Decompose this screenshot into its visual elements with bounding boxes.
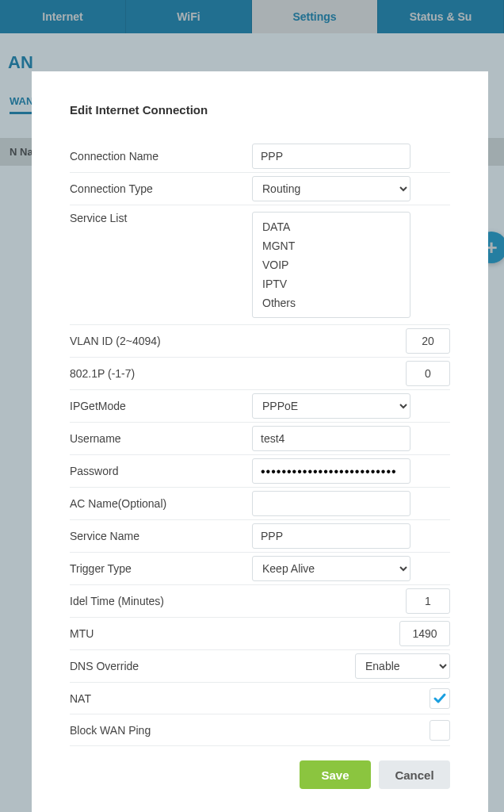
- ipgetmode-select[interactable]: PPPoE: [252, 393, 410, 419]
- label-trigger-type: Trigger Type: [70, 562, 252, 575]
- label-nat: NAT: [70, 692, 252, 705]
- modal-title: Edit Internet Connection: [70, 103, 450, 117]
- cancel-button[interactable]: Cancel: [379, 760, 450, 789]
- label-idle-time: Idel Time (Minutes): [70, 595, 252, 607]
- row-mtu: MTU: [70, 618, 450, 650]
- edit-connection-modal: Edit Internet Connection Connection Name…: [32, 71, 488, 812]
- row-trigger-type: Trigger Type Keep Alive: [70, 553, 450, 585]
- row-dns-override: DNS Override Enable: [70, 650, 450, 683]
- check-icon: [433, 691, 447, 706]
- label-ac-name: AC Name(Optional): [70, 497, 252, 510]
- save-button[interactable]: Save: [300, 760, 371, 789]
- row-connection-type: Connection Type Routing: [70, 173, 450, 205]
- service-list-option[interactable]: MGNT: [253, 236, 410, 255]
- row-ipgetmode: IPGetMode PPPoE: [70, 390, 450, 423]
- service-list-option[interactable]: VOIP: [253, 255, 410, 274]
- connection-name-input[interactable]: [252, 144, 410, 169]
- service-list-option[interactable]: DATA: [253, 217, 410, 236]
- label-service-name: Service Name: [70, 530, 252, 542]
- label-block-wan-ping: Block WAN Ping: [70, 724, 252, 737]
- trigger-type-select[interactable]: Keep Alive: [252, 556, 410, 581]
- modal-actions: Save Cancel: [70, 760, 450, 789]
- label-mtu: MTU: [70, 627, 252, 640]
- row-ac-name: AC Name(Optional): [70, 488, 450, 520]
- row-connection-name: Connection Name: [70, 140, 450, 173]
- row-8021p: 802.1P (-1-7): [70, 358, 450, 390]
- nat-checkbox[interactable]: [430, 688, 450, 709]
- label-connection-name: Connection Name: [70, 150, 252, 163]
- service-list-box[interactable]: DATA MGNT VOIP IPTV Others: [252, 212, 410, 318]
- connection-type-select[interactable]: Routing: [252, 176, 410, 201]
- label-password: Password: [70, 465, 252, 477]
- label-vlan-id: VLAN ID (2~4094): [70, 335, 252, 347]
- label-service-list: Service List: [70, 212, 252, 224]
- row-block-wan-ping: Block WAN Ping: [70, 714, 450, 746]
- label-username: Username: [70, 432, 252, 445]
- row-password: Password ••••••••••••••••••••••••••: [70, 455, 450, 488]
- row-username: Username: [70, 423, 450, 455]
- password-input[interactable]: ••••••••••••••••••••••••••: [252, 458, 410, 484]
- p8021-input[interactable]: [406, 361, 450, 386]
- label-8021p: 802.1P (-1-7): [70, 367, 252, 380]
- dns-override-select[interactable]: Enable: [355, 653, 450, 679]
- label-dns-override: DNS Override: [70, 660, 252, 672]
- service-name-input[interactable]: [252, 523, 410, 549]
- block-wan-ping-checkbox[interactable]: [430, 720, 450, 741]
- service-list-option[interactable]: Others: [253, 293, 410, 312]
- service-list-option[interactable]: IPTV: [253, 274, 410, 293]
- label-connection-type: Connection Type: [70, 182, 252, 195]
- idle-time-input[interactable]: [406, 588, 450, 614]
- vlan-id-input[interactable]: [406, 328, 450, 354]
- row-vlan-id: VLAN ID (2~4094): [70, 325, 450, 358]
- ac-name-input[interactable]: [252, 491, 410, 516]
- username-input[interactable]: [252, 426, 410, 451]
- row-nat: NAT: [70, 683, 450, 714]
- row-idle-time: Idel Time (Minutes): [70, 585, 450, 618]
- row-service-list: Service List DATA MGNT VOIP IPTV Others: [70, 205, 450, 325]
- label-ipgetmode: IPGetMode: [70, 400, 252, 412]
- mtu-input[interactable]: [399, 621, 450, 646]
- row-service-name: Service Name: [70, 520, 450, 553]
